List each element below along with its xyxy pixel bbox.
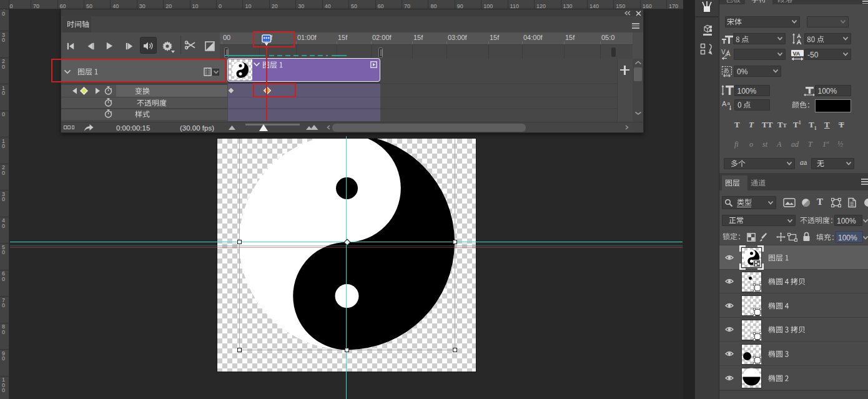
svg-text:A: A — [722, 100, 727, 107]
svg-text:A: A — [726, 51, 731, 57]
svg-text:a: a — [727, 101, 731, 106]
svg-text:V: V — [721, 49, 726, 56]
